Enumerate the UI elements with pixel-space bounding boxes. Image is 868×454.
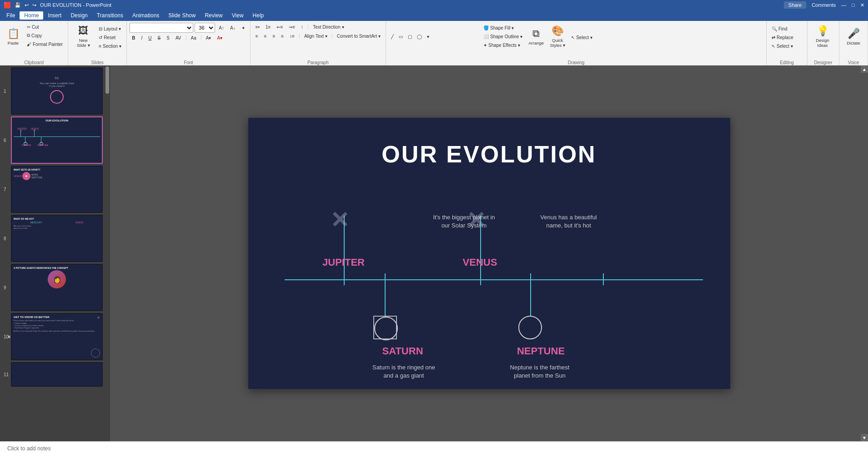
- dictate-icon: 🎤: [848, 28, 860, 40]
- font-size-select[interactable]: 36: [195, 23, 215, 33]
- slide-thumb-11[interactable]: [11, 362, 103, 387]
- shape-round-rect[interactable]: ▢: [406, 32, 414, 40]
- notes-bar[interactable]: Click to add notes: [0, 441, 868, 454]
- minimize-button[interactable]: —: [841, 2, 846, 8]
- slide-thumb-1[interactable]: 01 You can enter a subtitle hereif you n…: [11, 67, 103, 115]
- menu-slideshow[interactable]: Slide Show: [164, 11, 200, 20]
- slide-thumb-8[interactable]: WHAT DO WE DO? MERCURY VENUS Mercury is …: [11, 215, 103, 262]
- italic-button[interactable]: I: [139, 34, 145, 42]
- new-slide-button[interactable]: 🖼 NewSlide ▾: [71, 23, 95, 50]
- quick-access-save[interactable]: 💾: [15, 2, 21, 8]
- strikethrough-button[interactable]: S: [156, 34, 163, 42]
- font-color-button[interactable]: A▾: [215, 34, 225, 42]
- line-spacing-button[interactable]: ↕≡: [287, 32, 297, 40]
- menu-transitions[interactable]: Transitions: [92, 11, 128, 20]
- font-name-select[interactable]: [130, 23, 193, 33]
- paste-button[interactable]: 📋 Paste: [3, 23, 24, 50]
- shape-more[interactable]: ▾: [425, 32, 431, 40]
- increase-indent-button[interactable]: ⇒≡: [286, 23, 297, 31]
- shape-oval[interactable]: ◯: [415, 32, 424, 40]
- canvas-scroll-up[interactable]: ▲: [861, 66, 868, 73]
- share-button[interactable]: Share: [784, 1, 806, 9]
- notes-placeholder[interactable]: Click to add notes: [7, 445, 50, 452]
- columns-button[interactable]: ⫶: [299, 23, 306, 31]
- layout-button[interactable]: ⊟ Layout ▾: [96, 25, 124, 33]
- slide-thumb-10[interactable]: ✕ GET TO KNOW US BETTER Do you know what…: [11, 313, 103, 360]
- shape-line[interactable]: ╱: [389, 32, 396, 40]
- select-button[interactable]: ↖ Select ▾: [569, 33, 595, 41]
- cut-button[interactable]: ✂ Cut: [25, 23, 65, 31]
- menu-help[interactable]: Help: [248, 11, 269, 20]
- neptune-label: NEPTUNE: [500, 345, 582, 357]
- copy-button[interactable]: ⧉ Copy: [25, 31, 65, 40]
- bold-button[interactable]: B: [130, 34, 137, 42]
- decrease-font-button[interactable]: A↓: [228, 24, 238, 32]
- jupiter-desc: It's the biggest planet inour Solar Syst…: [412, 213, 517, 230]
- slide-panel-scrollbar[interactable]: [105, 66, 110, 441]
- maximize-button[interactable]: □: [852, 2, 855, 8]
- align-text-button[interactable]: Align Text ▾: [302, 32, 330, 40]
- convert-smartart-button[interactable]: Convert to SmartArt ▾: [335, 32, 383, 40]
- slide-thumb-wrapper-6: 6 OUR EVOLUTION JUPITER VENUS SATURN NE: [11, 116, 103, 164]
- shape-effects-button[interactable]: ✦ Shape Effects ▾: [481, 41, 525, 49]
- justify-button[interactable]: ≡: [279, 32, 286, 40]
- slide-thumb-6[interactable]: OUR EVOLUTION JUPITER VENUS SATURN NEPTU…: [11, 116, 103, 164]
- design-ideas-button[interactable]: 💡 DesignIdeas: [810, 23, 835, 50]
- comments-button[interactable]: Comments: [812, 2, 836, 8]
- dictate-button[interactable]: 🎤 Dictate: [842, 23, 865, 50]
- ribbon-group-font: 36 A↑ A↓ ✦ B I U S S AV Aa A▾: [127, 21, 250, 66]
- quick-access-undo[interactable]: ↩: [25, 2, 29, 8]
- cut-icon: ✂: [27, 25, 30, 30]
- close-button[interactable]: ✕: [860, 2, 864, 8]
- slide-thumb-9[interactable]: A PICTURE ALWAYS REINFORCES THE CONCEPT …: [11, 264, 103, 311]
- find-button[interactable]: 🔍 Find: [769, 25, 796, 33]
- bullets-button[interactable]: ≡•: [253, 23, 262, 31]
- tick-5: [603, 273, 604, 285]
- menu-bar: File Home Insert Design Transitions Anim…: [0, 10, 868, 21]
- menu-file[interactable]: File: [2, 11, 20, 20]
- paragraph-bottom-row: ≡ ≡ ≡ ≡ ↕≡ Align Text ▾ Convert to Smart…: [253, 32, 383, 40]
- reset-button[interactable]: ↺ Reset: [96, 33, 124, 41]
- ribbon-group-drawing: ╱ ▭ ▢ ◯ ▾ 🪣 Shape Fill ▾ ⬜ Shape O: [386, 21, 767, 66]
- underline-button[interactable]: U: [146, 34, 154, 42]
- slide-thumb-wrapper-9: 9 A PICTURE ALWAYS REINFORCES THE CONCEP…: [11, 264, 103, 311]
- menu-animations[interactable]: Animations: [128, 11, 164, 20]
- increase-font-button[interactable]: A↑: [216, 24, 226, 32]
- shape-outline-button[interactable]: ⬜ Shape Outline ▾: [481, 32, 525, 40]
- arrange-button[interactable]: ⧉ Arrange: [526, 23, 546, 50]
- shadow-button[interactable]: S: [164, 34, 172, 42]
- quick-styles-button[interactable]: 🎨 QuickStyles ▾: [547, 23, 567, 50]
- menu-view[interactable]: View: [227, 11, 248, 20]
- canvas-scroll-down[interactable]: ▼: [861, 434, 868, 441]
- menu-design[interactable]: Design: [66, 11, 92, 20]
- numbering-button[interactable]: 1≡: [263, 23, 273, 31]
- slide-panel[interactable]: 1 01 You can enter a subtitle hereif you…: [0, 66, 105, 441]
- quick-access-redo[interactable]: ↪: [32, 2, 36, 8]
- align-center-button[interactable]: ≡: [262, 32, 269, 40]
- shapes-palette: ╱ ▭ ▢ ◯ ▾: [389, 32, 480, 40]
- select-editing-button[interactable]: ↖ Select ▾: [769, 42, 796, 50]
- format-painter-button[interactable]: 🖌 Format Painter: [25, 40, 65, 48]
- replace-button[interactable]: ⇄ Replace: [769, 33, 796, 41]
- menu-home[interactable]: Home: [20, 11, 43, 20]
- menu-insert[interactable]: Insert: [43, 11, 66, 20]
- section-icon: ≡: [99, 44, 101, 49]
- jupiter-cross: ✕: [330, 209, 349, 232]
- slide-thumb-7[interactable]: WHAT SETS US APART? VENUS B MARSNEPTUNE: [11, 166, 103, 213]
- decrease-indent-button[interactable]: ⇐≡: [274, 23, 285, 31]
- clear-format-button[interactable]: ✦: [239, 24, 247, 32]
- text-direction-button[interactable]: Text Direction ▾: [311, 23, 346, 31]
- align-right-button[interactable]: ≡: [270, 32, 277, 40]
- char-spacing-button[interactable]: AV: [173, 34, 184, 42]
- shape-fill-button[interactable]: 🪣 Shape Fill ▾: [481, 24, 525, 32]
- font-case-button[interactable]: Aa: [189, 34, 199, 42]
- align-left-button[interactable]: ≡: [253, 32, 261, 40]
- section-button[interactable]: ≡ Section ▾: [96, 42, 124, 50]
- timeline-container: ✕ JUPITER It's the biggest planet inour …: [276, 209, 703, 375]
- menu-review[interactable]: Review: [200, 11, 227, 20]
- slide-thumb-wrapper-8: 8 WHAT DO WE DO? MERCURY VENUS Mercury i…: [11, 215, 103, 262]
- saturn-desc: Saturn is the ringed oneand a gas giant: [364, 363, 444, 380]
- shape-rect[interactable]: ▭: [396, 32, 405, 40]
- design-ideas-icon: 💡: [817, 25, 829, 37]
- highlight-color-button[interactable]: A▾: [204, 34, 214, 42]
